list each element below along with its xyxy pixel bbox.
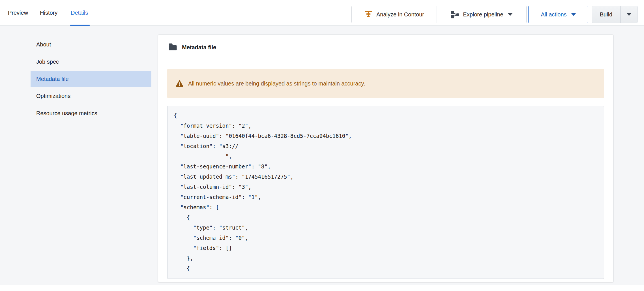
build-button[interactable]: Build <box>592 6 620 23</box>
build-label: Build <box>600 11 612 18</box>
tab-history-label: History <box>40 10 57 16</box>
tab-details[interactable]: Details <box>71 0 88 26</box>
all-actions-label: All actions <box>541 11 566 18</box>
warning-triangle-icon <box>176 80 183 87</box>
panel-header: Metadata file <box>158 35 613 60</box>
warning-message: All numeric values are being displayed a… <box>188 80 365 87</box>
tab-preview[interactable]: Preview <box>8 0 28 26</box>
analyze-in-contour-label: Analyze in Contour <box>376 11 424 18</box>
metadata-file-panel: Metadata file All numeric values are bei… <box>158 35 613 282</box>
sidebar-item-label: Job spec <box>36 59 59 65</box>
sidebar-item-job-spec[interactable]: Job spec <box>31 54 151 70</box>
tab-bar: Preview History Details <box>0 0 644 26</box>
details-sidebar: About Job spec Metadata file Optimizatio… <box>0 26 158 285</box>
sidebar-item-metadata-file[interactable]: Metadata file <box>31 71 151 87</box>
explore-pipeline-button[interactable]: Explore pipeline <box>437 6 526 23</box>
metadata-json-viewer[interactable]: { "format-version": "2", "table-uuid": "… <box>167 106 604 279</box>
warning-banner: All numeric values are being displayed a… <box>167 69 604 98</box>
analyze-explore-button-group: Analyze in Contour Explore pipeline <box>351 6 527 23</box>
folder-icon <box>168 43 177 52</box>
active-tab-indicator <box>70 25 90 26</box>
build-dropdown-button[interactable] <box>620 6 637 23</box>
metadata-json-content: { "format-version": "2", "table-uuid": "… <box>168 106 604 278</box>
toolbar: Analyze in Contour Explore pipeline <box>351 6 637 23</box>
tab-preview-label: Preview <box>8 10 28 16</box>
sidebar-item-optimizations[interactable]: Optimizations <box>31 88 151 104</box>
explore-pipeline-label: Explore pipeline <box>463 11 503 18</box>
analyze-in-contour-button[interactable]: Analyze in Contour <box>352 6 437 23</box>
chevron-down-icon <box>508 13 512 16</box>
chevron-down-icon <box>571 13 576 16</box>
contour-icon <box>364 10 373 19</box>
tab-history[interactable]: History <box>40 0 57 26</box>
sidebar-item-label: Metadata file <box>36 76 69 82</box>
sidebar-item-label: About <box>36 41 51 48</box>
panel-title: Metadata file <box>182 44 216 51</box>
build-split-button: Build <box>592 6 637 23</box>
tab-details-label: Details <box>71 10 88 16</box>
pipeline-icon <box>451 10 459 19</box>
chevron-down-icon <box>627 13 631 16</box>
all-actions-button[interactable]: All actions <box>528 6 588 23</box>
sidebar-item-label: Resource usage metrics <box>36 110 97 117</box>
sidebar-item-resource-usage-metrics[interactable]: Resource usage metrics <box>31 105 151 121</box>
sidebar-item-label: Optimizations <box>36 93 70 99</box>
sidebar-item-about[interactable]: About <box>31 36 151 53</box>
